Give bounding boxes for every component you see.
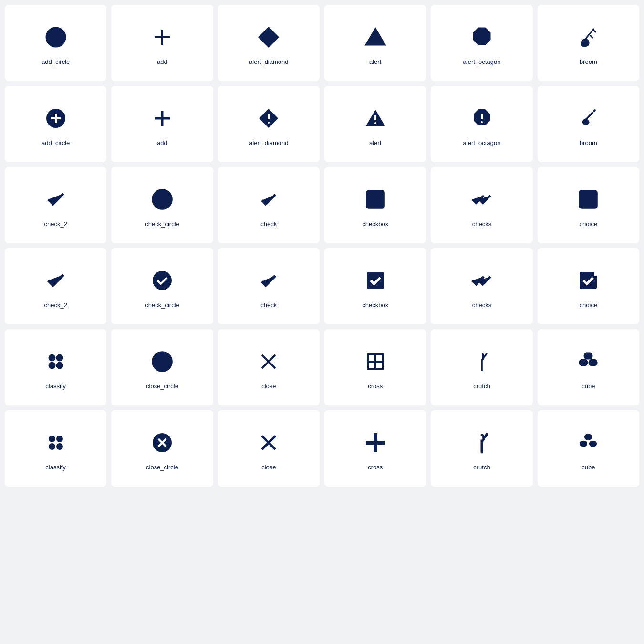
icon-label: cross <box>368 383 383 390</box>
icon-card-add-filled[interactable]: add <box>111 86 213 162</box>
icon-card-check-outline[interactable]: check <box>218 167 320 243</box>
svg-point-29 <box>153 271 172 290</box>
icon-label: check_2 <box>44 220 67 228</box>
alert-octagon-outline-icon <box>468 24 495 51</box>
add-outline-icon <box>149 24 176 51</box>
icon-label: broom <box>580 139 597 146</box>
icon-label: alert <box>369 139 381 146</box>
icon-card-checks-filled[interactable]: checks <box>431 248 532 324</box>
icon-card-check-circle-filled[interactable]: check_circle <box>111 248 213 324</box>
choice-filled-icon <box>575 267 602 294</box>
icon-card-close-circle-filled[interactable]: close_circle <box>111 410 213 487</box>
icon-card-cross-filled[interactable]: cross <box>324 410 426 487</box>
icon-card-check2-filled[interactable]: check_2 <box>5 248 106 324</box>
check2-filled-icon <box>42 267 69 294</box>
icon-label: crutch <box>473 383 490 390</box>
icon-card-cube-filled[interactable]: cube <box>538 410 639 487</box>
cross-filled-icon <box>362 429 389 456</box>
icon-label: alert <box>369 58 381 65</box>
icon-label: checks <box>472 301 491 309</box>
check-outline-icon <box>255 186 282 213</box>
svg-point-34 <box>57 355 62 361</box>
svg-point-45 <box>49 436 55 442</box>
icon-card-close-outline[interactable]: close <box>218 329 320 405</box>
icon-label: check <box>260 301 277 309</box>
icon-card-cross-outline[interactable]: cross <box>324 329 426 405</box>
icon-card-alert-diamond-filled[interactable]: alert_diamond <box>218 86 320 162</box>
icon-label: choice <box>580 301 598 309</box>
icon-card-alert-outline[interactable]: alert <box>324 5 426 81</box>
icon-card-add-circle-filled[interactable]: add_circle <box>5 86 106 162</box>
crutch-outline-icon <box>468 348 495 375</box>
svg-point-8 <box>374 41 376 42</box>
svg-line-13 <box>590 35 593 38</box>
icon-label: checkbox <box>362 220 388 228</box>
icon-card-broom-filled[interactable]: broom <box>538 86 639 162</box>
icon-card-cube-outline[interactable]: cube <box>538 329 639 405</box>
icon-card-choice-filled[interactable]: choice <box>538 248 639 324</box>
icon-card-alert-octagon-outline[interactable]: alert_octagon <box>431 5 532 81</box>
icon-card-alert-filled[interactable]: alert <box>324 86 426 162</box>
icon-label: classify <box>45 383 66 390</box>
icon-label: add <box>157 139 167 146</box>
broom-outline-icon <box>575 24 602 51</box>
icon-card-checkbox-outline[interactable]: checkbox <box>324 167 426 243</box>
alert-octagon-filled-icon <box>468 105 495 132</box>
icon-label: check <box>260 220 277 228</box>
svg-point-22 <box>374 122 376 124</box>
icon-card-add-circle-outline[interactable]: add_circle <box>5 5 106 81</box>
icon-card-checkbox-filled[interactable]: checkbox <box>324 248 426 324</box>
icon-card-classify-outline[interactable]: classify <box>5 329 106 405</box>
icon-card-add-outline[interactable]: add <box>111 5 213 81</box>
svg-point-36 <box>57 363 62 368</box>
icon-label: broom <box>580 58 597 65</box>
icon-card-close-circle-outline[interactable]: close_circle <box>111 329 213 405</box>
cross-outline-icon <box>362 348 389 375</box>
icon-label: check_circle <box>145 220 179 228</box>
svg-point-24 <box>481 121 483 123</box>
icon-label: add <box>157 58 167 65</box>
alert-diamond-outline-icon <box>255 24 282 51</box>
icon-card-broom-outline[interactable]: broom <box>538 5 639 81</box>
icon-label: close_circle <box>146 383 178 390</box>
icon-label: check_2 <box>44 301 67 309</box>
icon-label: cube <box>582 383 595 390</box>
icon-card-check2-outline[interactable]: check_2 <box>5 167 106 243</box>
icon-card-check-filled[interactable]: check <box>218 248 320 324</box>
svg-line-12 <box>593 30 596 32</box>
check-filled-icon <box>255 267 282 294</box>
icon-card-check-circle-outline[interactable]: check_circle <box>111 167 213 243</box>
close-circle-outline-icon <box>149 348 176 375</box>
icon-grid: add_circle add alert_diamond <box>5 5 639 487</box>
checkbox-outline-icon <box>362 186 389 213</box>
icon-card-alert-diamond-outline[interactable]: alert_diamond <box>218 5 320 81</box>
add-circle-filled-icon <box>42 105 69 132</box>
alert-outline-icon <box>362 24 389 51</box>
classify-outline-icon <box>42 348 69 375</box>
icon-card-crutch-outline[interactable]: crutch <box>431 329 532 405</box>
check2-outline-icon <box>42 186 69 213</box>
icon-label: alert_octagon <box>463 139 501 146</box>
add-filled-icon <box>149 105 176 132</box>
icon-card-checks-outline[interactable]: checks <box>431 167 532 243</box>
classify-filled-icon <box>42 429 69 456</box>
icon-label: check_circle <box>145 301 179 309</box>
icon-label: checkbox <box>362 301 388 309</box>
alert-filled-icon <box>362 105 389 132</box>
svg-point-46 <box>56 436 63 442</box>
icon-label: cube <box>582 464 595 471</box>
icon-label: cross <box>368 464 383 471</box>
check-circle-outline-icon <box>149 186 176 213</box>
icon-label: classify <box>45 464 66 471</box>
icon-card-alert-octagon-filled[interactable]: alert_octagon <box>431 86 532 162</box>
icon-label: close <box>261 464 276 471</box>
icon-card-choice-outline[interactable]: choice <box>538 167 639 243</box>
icon-label: choice <box>580 220 598 228</box>
icon-label: alert_diamond <box>249 139 288 146</box>
icon-card-crutch-filled[interactable]: crutch <box>431 410 532 487</box>
icon-card-classify-filled[interactable]: classify <box>5 410 106 487</box>
checkbox-filled-icon <box>362 267 389 294</box>
svg-point-47 <box>49 443 55 450</box>
icon-card-close-filled[interactable]: close <box>218 410 320 487</box>
broom-filled-icon <box>575 105 602 132</box>
